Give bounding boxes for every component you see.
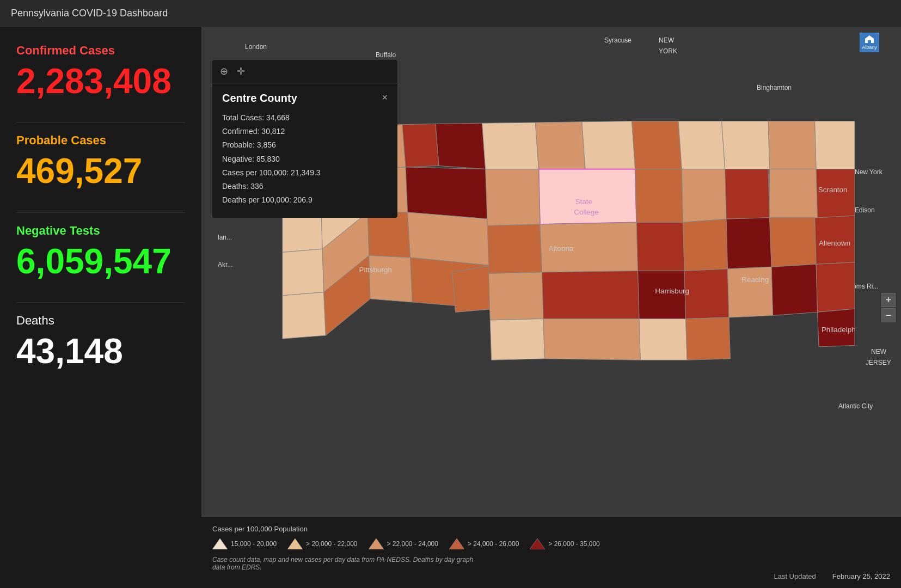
county-berks-s[interactable]	[728, 267, 773, 317]
cases-per-100k-label: Cases per 100,000:	[222, 168, 289, 177]
negative-tests-value: 6,059,547	[16, 242, 185, 280]
tooltip-toolbar: ⊕ ✛	[212, 60, 397, 83]
home-button[interactable]: Albany	[860, 33, 879, 52]
main-content: Confirmed Cases 2,283,408 Probable Cases…	[0, 27, 901, 588]
svg-text:Reading: Reading	[741, 275, 769, 284]
legend-label-4: > 24,000 - 26,000	[468, 540, 519, 548]
county-lehigh[interactable]	[770, 216, 817, 267]
county-sullivan[interactable]	[678, 121, 725, 169]
legend-note: Case count data, map and new cases per d…	[212, 556, 485, 571]
zoom-in-button[interactable]: +	[881, 293, 896, 307]
legend-label-5: > 26,000 - 35,000	[548, 540, 599, 548]
county-clearfield[interactable]	[486, 169, 540, 226]
deaths-value: 43,148	[16, 332, 185, 370]
left-panel: Confirmed Cases 2,283,408 Probable Cases…	[0, 27, 201, 588]
tooltip-deaths: Deaths: 336	[222, 180, 388, 193]
deaths-label: Deaths:	[222, 182, 248, 191]
county-fulton[interactable]	[490, 319, 544, 360]
county-beaver[interactable]	[436, 123, 486, 169]
legend-item-3: > 22,000 - 24,000	[369, 538, 438, 549]
legend-swatch-2	[287, 538, 303, 549]
tooltip-data: Total Cases: 34,668 Confirmed: 30,812 Pr…	[222, 111, 388, 207]
svg-text:State: State	[575, 198, 592, 206]
county-washington[interactable]	[452, 266, 494, 313]
zoom-out-button[interactable]: −	[881, 308, 896, 322]
deaths-block: Deaths 43,148	[16, 314, 185, 370]
county-tioga[interactable]	[722, 121, 770, 169]
tooltip-header: Centre County ×	[222, 92, 388, 105]
legend-swatch-4	[449, 538, 464, 549]
county-huntingdon[interactable]	[487, 224, 542, 273]
confirmed-cases-value: 2,283,408	[16, 62, 185, 100]
map-area[interactable]: London Buffalo Syracuse NEW YORK lan... …	[201, 27, 901, 588]
county-montgomery[interactable]	[771, 264, 817, 315]
legend-item-1: 15,000 - 20,000	[212, 538, 277, 549]
divider-1	[16, 122, 185, 122]
county-armstrong[interactable]	[367, 212, 410, 258]
county-tooltip: ⊕ ✛ Centre County × Total Cases: 34,668 …	[212, 60, 397, 218]
county-bradford[interactable]	[768, 121, 816, 169]
county-bucks[interactable]	[816, 262, 855, 313]
confirmed-value: 30,812	[261, 127, 285, 136]
zoom-icon[interactable]: ⊕	[220, 65, 228, 77]
zoom-controls[interactable]: + −	[881, 293, 896, 322]
legend-swatch-3	[369, 538, 384, 549]
probable-value: 3,856	[257, 140, 276, 149]
svg-text:Pittsburgh: Pittsburgh	[359, 266, 392, 274]
legend-label-3: > 22,000 - 24,000	[387, 540, 438, 548]
county-susquehanna[interactable]	[815, 121, 855, 169]
deaths-per-100k-value: 206.9	[293, 195, 312, 204]
county-allegheny[interactable]	[406, 167, 489, 219]
tooltip-negative: Negative: 85,830	[222, 152, 388, 166]
county-union-snyder[interactable]	[635, 169, 683, 223]
negative-tests-label: Negative Tests	[16, 224, 185, 238]
title-bar: Pennsylvania COVID-19 Dashboard	[0, 0, 901, 27]
county-clinton[interactable]	[582, 121, 635, 169]
home-label: Albany	[862, 45, 877, 50]
probable-label: Probable:	[222, 140, 255, 149]
tooltip-close-button[interactable]: ×	[382, 92, 388, 103]
legend-items: 15,000 - 20,000 > 20,000 - 22,000 > 22,0…	[212, 538, 890, 549]
last-updated-value: February 25, 2022	[832, 572, 890, 580]
county-franklin[interactable]	[542, 271, 639, 319]
svg-text:Harrisburg: Harrisburg	[655, 287, 689, 295]
svg-text:Altoona: Altoona	[549, 244, 574, 253]
county-adams[interactable]	[543, 319, 640, 360]
cases-per-100k-value: 21,349.3	[291, 168, 321, 177]
deaths-value: 336	[250, 182, 263, 191]
county-chester[interactable]	[639, 319, 687, 360]
county-indiana[interactable]	[369, 255, 412, 302]
county-elk[interactable]	[283, 292, 326, 339]
county-luzerne[interactable]	[770, 169, 818, 218]
negative-label: Negative:	[222, 155, 254, 163]
county-columbia[interactable]	[725, 169, 770, 219]
confirmed-cases-label: Confirmed Cases	[16, 44, 185, 58]
svg-text:Philadelphia: Philadelphia	[822, 326, 855, 334]
divider-3	[16, 302, 185, 303]
legend-area: Cases per 100,000 Population 15,000 - 20…	[201, 517, 901, 588]
divider-2	[16, 212, 185, 213]
move-icon[interactable]: ✛	[237, 65, 245, 77]
county-lawrence[interactable]	[402, 124, 439, 167]
county-dauphin[interactable]	[636, 222, 684, 271]
county-delaware[interactable]	[686, 317, 731, 360]
county-lycoming[interactable]	[632, 121, 682, 169]
legend-item-5: > 26,000 - 35,000	[530, 538, 599, 549]
county-westmoreland[interactable]	[408, 212, 492, 266]
county-centre-adj[interactable]	[535, 122, 585, 169]
probable-cases-block: Probable Cases 469,527	[16, 133, 185, 190]
tooltip-confirmed: Confirmed: 30,812	[222, 125, 388, 138]
county-butler-n[interactable]	[482, 122, 539, 169]
county-centre[interactable]	[538, 169, 636, 224]
county-northumberland[interactable]	[682, 169, 726, 223]
tooltip-total-cases: Total Cases: 34,668	[222, 111, 388, 125]
legend-item-2: > 20,000 - 22,000	[287, 538, 357, 549]
legend-label-2: > 20,000 - 22,000	[306, 540, 357, 548]
county-berks-n[interactable]	[726, 218, 771, 269]
county-bedford[interactable]	[489, 272, 543, 320]
county-forest[interactable]	[283, 249, 324, 296]
county-lebanon[interactable]	[683, 219, 728, 271]
negative-tests-block: Negative Tests 6,059,547	[16, 224, 185, 280]
county-lancaster[interactable]	[684, 269, 729, 319]
deaths-per-100k-label: Deaths per 100,000:	[222, 195, 291, 204]
